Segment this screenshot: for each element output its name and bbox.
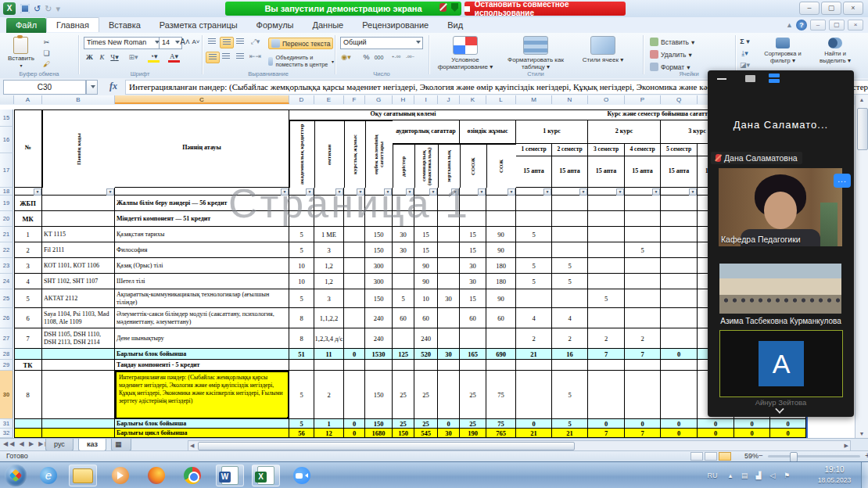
row-header-15[interactable]: 15 [0,109,13,127]
insert-worksheet-tab[interactable]: ▦ [111,439,131,451]
ribbon-tab-Главная[interactable]: Главная [46,17,99,32]
align-bottom-icon[interactable] [234,37,246,47]
cell-M29[interactable] [516,360,552,371]
cell-E27[interactable]: 1,2,3,4 д/с [314,328,344,349]
cell-A26[interactable]: 6 [14,308,42,328]
cell-E21[interactable]: 1 ME [314,227,344,242]
cell-M21[interactable]: 5 [516,227,552,242]
participant-2-video[interactable] [719,264,841,314]
cell-M26[interactable]: 4 [516,308,552,328]
cell-L25[interactable]: 90 [486,289,516,308]
select-all-corner[interactable] [0,95,14,104]
insert-cells-button[interactable]: Вставить ▾ [650,38,694,46]
minimize-button[interactable]: – [799,2,820,15]
align-middle-icon[interactable] [220,37,234,48]
start-button[interactable] [5,465,27,486]
cell-F25[interactable] [344,289,365,308]
cell-C28[interactable]: Барлығы блок бойынша [115,349,289,360]
ribbon-tab-Данные[interactable]: Данные [303,18,353,33]
tray-clock[interactable]: 19:10 18.05.2023 [810,465,859,485]
cell-B29[interactable] [42,360,115,371]
cell-R32[interactable]: 0 [698,429,734,438]
cell-C27[interactable]: Дене шынықтыру [115,328,289,349]
decrease-decimal-icon[interactable]: ·⁰⁰⁻ [404,52,416,63]
filter-dropdown-O[interactable]: ▼ [616,188,624,196]
column-header-N[interactable]: N [552,95,588,104]
cell-C24[interactable]: Шетел тілі [115,274,289,289]
cell-D21[interactable]: 5 [289,227,314,242]
cell-L19[interactable] [486,196,516,211]
cell-F32[interactable]: 0 [344,429,365,438]
taskbar-zoom-icon[interactable] [288,465,316,486]
cell-G27[interactable]: 240 [365,328,393,349]
cell-L29[interactable] [486,360,516,371]
grow-font-icon[interactable]: A˄ [179,37,191,47]
cell-I25[interactable]: 10 [414,289,438,308]
sheet-nav-buttons[interactable]: ◀◀ ◀ ▶ ▶▶ [3,440,52,447]
cell-O32[interactable]: 7 [588,429,625,438]
cell-L21[interactable]: 90 [486,227,516,242]
cell-K26[interactable]: 60 [460,308,486,328]
align-center-icon[interactable] [220,52,232,62]
cell-B30[interactable] [42,371,115,419]
row-header-23[interactable]: 23 [0,258,13,274]
cell-F21[interactable] [344,227,365,242]
cell-Q28[interactable]: 0 [661,349,698,360]
row-header-26[interactable]: 26 [0,308,13,328]
cell-C22[interactable]: Философия [115,242,289,258]
hidden-icons-chevron-icon[interactable]: ▴ [726,471,735,480]
cell-R31[interactable]: 0 [698,419,734,429]
cell-D27[interactable]: 8 [289,328,314,349]
row-header-25[interactable]: 25 [0,289,13,308]
column-header-D[interactable]: D [289,95,314,104]
cell-B22[interactable]: Fil 2111 [42,242,115,258]
cell-D22[interactable]: 5 [289,242,314,258]
sheet-tab-kaz[interactable]: каз [78,439,106,451]
cell-N19[interactable] [552,196,588,211]
cell-L27[interactable] [486,328,516,349]
orientation-icon[interactable]: ⤢▾ [249,37,261,47]
row-header-28[interactable]: 28 [0,349,13,360]
cell-P23[interactable] [625,258,661,274]
cell-I24[interactable]: 90 [414,274,438,289]
column-header-I[interactable]: I [414,95,438,104]
wb-minimize-button[interactable]: – [810,20,826,30]
cell-H29[interactable] [393,360,414,371]
cell-N31[interactable]: 5 [552,419,588,429]
cell-A32[interactable] [14,429,42,438]
cell-I29[interactable] [414,360,438,371]
cell-I30[interactable]: 25 [414,371,438,419]
cell-Q24[interactable] [661,274,698,289]
cell-B19[interactable] [42,196,115,211]
cell-C32[interactable]: Барлығы цикл бойынша [115,429,289,438]
cell-J25[interactable]: 30 [438,289,460,308]
cell-L24[interactable]: 180 [486,274,516,289]
filter-dropdown-P[interactable]: ▼ [652,188,660,196]
cell-A19[interactable]: ЖБП [14,196,42,211]
cell-H23[interactable] [393,258,414,274]
undo-icon[interactable]: ↺ [34,4,41,14]
cell-M30[interactable] [516,371,552,419]
cell-H27[interactable] [393,328,414,349]
column-header-B[interactable]: B [42,95,115,104]
zoom-gallery-view-icon[interactable] [769,74,780,77]
cell-H22[interactable]: 30 [393,242,414,258]
cell-G29[interactable] [365,360,393,371]
cell-M28[interactable]: 21 [516,349,552,360]
cell-K21[interactable]: 15 [460,227,486,242]
cell-F24[interactable] [344,274,365,289]
filter-dropdown-Q[interactable]: ▼ [689,188,697,196]
taskbar-ie-icon[interactable]: e [34,465,63,486]
cell-J29[interactable] [438,360,460,371]
cell-J30[interactable] [438,371,460,419]
cell-G26[interactable]: 240 [365,308,393,328]
cell-A27[interactable]: 7 [14,328,42,349]
cell-E28[interactable]: 11 [314,349,344,360]
cell-K25[interactable]: 15 [460,289,486,308]
normal-view-button[interactable] [690,452,703,461]
cell-N20[interactable] [552,211,588,227]
cell-A30[interactable]: 8 [14,371,42,419]
cell-Q19[interactable] [661,196,698,211]
cell-C26[interactable]: Әлеуметтік-саяси білімдер модулі (саясат… [115,308,289,328]
cell-O25[interactable]: 5 [588,289,625,308]
